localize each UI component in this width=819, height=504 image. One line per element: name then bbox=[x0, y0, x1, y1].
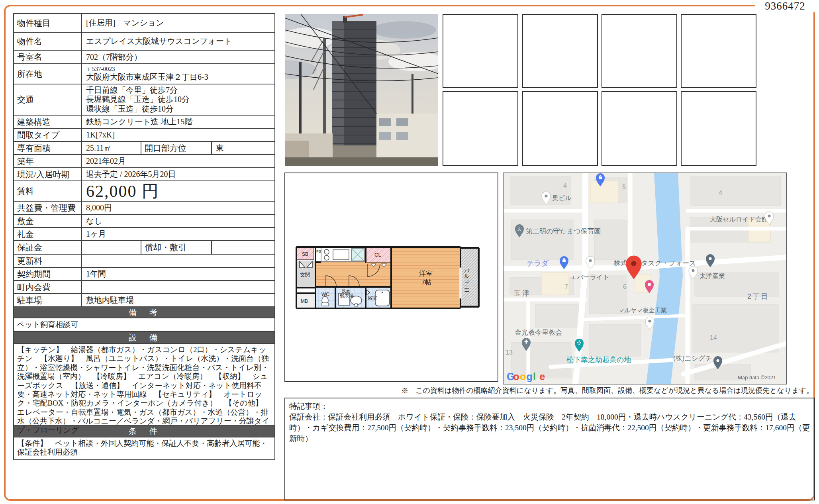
photo-placeholder bbox=[681, 91, 756, 166]
floorplan-label-cl: CL bbox=[374, 252, 381, 258]
table-row: 交通 千日前線「今里」徒歩7分長堀鶴見線「玉造」徒歩10分環状線「玉造」徒歩10… bbox=[14, 84, 274, 115]
google-logo-letter: o bbox=[520, 371, 526, 382]
remarks-text: ペット飼育相談可 bbox=[14, 318, 274, 331]
map-label: (株)ニシグチ bbox=[673, 355, 712, 362]
table-row: 駐車場敷地内駐車場 bbox=[14, 293, 274, 306]
table-row: 町内会費 bbox=[14, 280, 274, 293]
map-label: 第二明の守たまつ保育園 bbox=[526, 227, 601, 235]
map-label: 14 bbox=[710, 334, 717, 341]
map-label: 6 bbox=[623, 283, 627, 290]
photo-placeholder bbox=[522, 91, 598, 166]
table-row: 物件名エスプレイス大阪城サウスコンフォート bbox=[14, 32, 274, 50]
table-row: 専有面積25.11㎡開口部方位東 bbox=[14, 141, 274, 154]
map-label: 奥ビル bbox=[552, 194, 572, 201]
map-label: 7 bbox=[564, 283, 568, 290]
table-row: 号室名702（7階部分） bbox=[14, 50, 274, 63]
property-datasheet: 9366472 物件種目[住居用] マンション 物件名エスプレイス大阪城サウスコ… bbox=[0, 0, 819, 504]
kitchen-sink bbox=[333, 250, 349, 260]
table-row: 保証金償却・敷引 bbox=[14, 240, 274, 254]
floorplan-label-washroom2: 脱衣場 bbox=[340, 293, 353, 298]
floorplan-drawing: SB PS CL 玄関 MB WC 洗面 脱衣場 浴室 洋室 7帖 バルコニー bbox=[293, 243, 489, 311]
floorplan-label-room: 洋室 bbox=[419, 270, 433, 277]
table-row-rent: 賃料62,000 円 bbox=[14, 180, 274, 201]
equipment-text: 【キッチン】 給湯器（都市ガス）・ガスコンロ（2口）・システムキッチン 【水廻り… bbox=[14, 343, 274, 425]
floorplan-label-balcony: バルコニー bbox=[464, 265, 470, 292]
google-logo-letter: g bbox=[527, 371, 533, 382]
map-attribution: Map data ©2021 bbox=[738, 375, 776, 380]
table-row: 共益費・管理費8,000円 bbox=[14, 201, 274, 214]
table-row: 敷金なし bbox=[14, 214, 274, 227]
conditions-text: 【条件】 ペット相談・外国人契約可能・保証人不要・高齢者入居可能・保証会社利用必… bbox=[14, 437, 274, 459]
floorplan-panel: SB PS CL 玄関 MB WC 洗面 脱衣場 浴室 洋室 7帖 バルコニー bbox=[284, 173, 498, 382]
google-map: 454奥ビル第二明の守たまつ保育園テラダエバーライト株式会社タスク・フォース大阪… bbox=[504, 173, 786, 384]
photo-placeholder bbox=[522, 14, 598, 88]
google-logo-letter: e bbox=[540, 371, 545, 382]
floorplan-label-ps: PS bbox=[316, 249, 321, 253]
table-row: 所在地 〒537-0023大阪府大阪市東成区玉津２丁目6-3 bbox=[14, 63, 274, 84]
section-header-equipment: 設 備 bbox=[14, 331, 274, 343]
map-label: 太洋産業 bbox=[699, 273, 725, 279]
building-photo-image bbox=[285, 14, 438, 166]
map-label: 4 bbox=[563, 182, 567, 189]
map-label: 松下幸之助起業の地 bbox=[566, 356, 631, 364]
special-notes-box: 特記事項： 保証会社：保証会社利用必須 ホワイト保証・保険：保険要加入 火災保険… bbox=[284, 398, 815, 500]
floorplan-label-room-size: 7帖 bbox=[421, 279, 431, 286]
photo-placeholder bbox=[602, 14, 677, 88]
map-label: 2丁目 bbox=[747, 292, 769, 300]
table-row: 現況/入居時期退去予定 / 2026年5月20日 bbox=[14, 167, 274, 180]
map-label: テラダ bbox=[527, 259, 549, 267]
map-label: 4 bbox=[719, 190, 722, 196]
property-table: 物件種目[住居用] マンション 物件名エスプレイス大阪城サウスコンフォート 号室… bbox=[13, 13, 275, 460]
map-label: 金光教今里教会 bbox=[515, 329, 562, 336]
photo-placeholder bbox=[443, 14, 518, 88]
special-notes-text: 保証会社：保証会社利用必須 ホワイト保証・保険：保険要加入 火災保険 2年契約 … bbox=[289, 412, 810, 444]
map-label: エバーライト bbox=[570, 274, 609, 280]
table-row: 築年2021年02月 bbox=[14, 154, 274, 167]
main-room-floor bbox=[391, 247, 460, 308]
section-header-remarks: 備 考 bbox=[14, 306, 274, 318]
postal-code: 〒537-0023 bbox=[86, 66, 115, 73]
access-line: 環状線「玉造」徒歩10分 bbox=[86, 104, 174, 114]
floorplan-label-bath: 浴室 bbox=[368, 295, 377, 301]
google-logo-letter: l bbox=[533, 371, 536, 382]
table-row: 礼金1ヶ月 bbox=[14, 227, 274, 240]
photo-placeholder bbox=[602, 91, 677, 166]
svg-text:文: 文 bbox=[517, 227, 521, 231]
floorplan-label-wc: WC bbox=[321, 292, 329, 297]
photo-placeholder bbox=[443, 91, 518, 166]
special-notes-title: 特記事項： bbox=[289, 401, 810, 412]
map-label: マルヤマ板金工業 bbox=[618, 307, 666, 314]
map-label: 5 bbox=[622, 183, 626, 190]
floorplan-label-washroom: 洗面 bbox=[342, 288, 351, 293]
photo-placeholder bbox=[681, 14, 756, 88]
map-panel: 454奥ビル第二明の守たまつ保育園テラダエバーライト株式会社タスク・フォース大阪… bbox=[503, 173, 787, 384]
disclaimer-text: ※ この資料は物件の概略紹介資料になります。写真、間取図面、設備、概要などが現況… bbox=[401, 386, 813, 395]
table-row: 契約期間1年間 bbox=[14, 267, 274, 280]
map-label: 玉津 bbox=[513, 289, 531, 297]
rent-value: 62,000 円 bbox=[82, 181, 274, 201]
table-row: 物件種目[住居用] マンション bbox=[14, 14, 274, 32]
access-line: 長堀鶴見線「玉造」徒歩10分 bbox=[86, 95, 190, 104]
floorplan-label-sb: SB bbox=[302, 251, 308, 257]
building-photo bbox=[285, 14, 438, 166]
table-row: 更新料 bbox=[14, 254, 274, 267]
access-line: 千日前線「今里」徒歩7分 bbox=[86, 86, 178, 95]
table-row: 間取タイプ1K[7xK] bbox=[14, 128, 274, 141]
google-logo: Google bbox=[507, 371, 545, 382]
map-label: 13 bbox=[506, 349, 513, 356]
map-label: 大阪セルロイド会館 bbox=[710, 216, 768, 223]
address: 大阪府大阪市東成区玉津２丁目6-3 bbox=[86, 73, 208, 82]
floorplan-label-mb: MB bbox=[301, 298, 308, 304]
floorplan-label-entrance: 玄関 bbox=[300, 272, 310, 278]
table-row: 建築構造鉄筋コンクリート造 地上15階 bbox=[14, 115, 274, 128]
google-logo-letter: o bbox=[513, 371, 519, 382]
document-id: 9366472 bbox=[755, 0, 815, 12]
map-label: 株式会社タスク・フォース bbox=[613, 259, 696, 267]
